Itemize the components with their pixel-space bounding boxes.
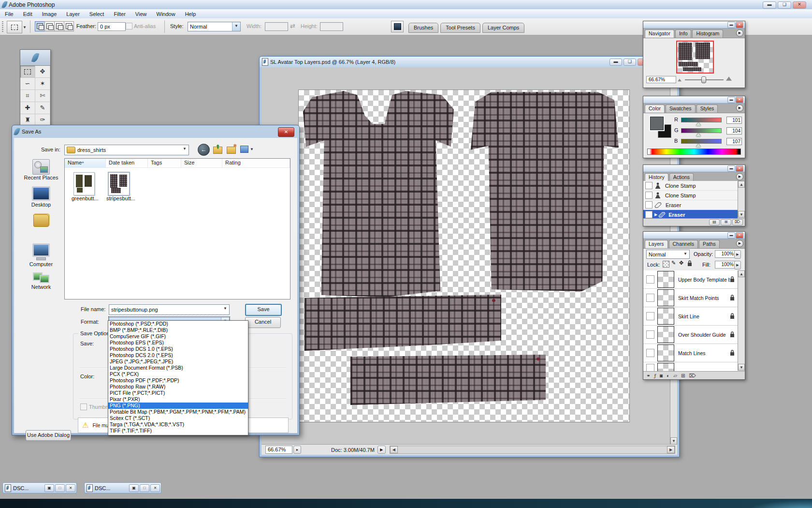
lock-paint-icon[interactable]: ✎ xyxy=(671,260,676,266)
layer-visibility-checkbox[interactable] xyxy=(646,275,654,284)
menu-help[interactable]: Help xyxy=(180,10,201,18)
column-header-size[interactable]: Size xyxy=(181,159,222,167)
layer-visibility-checkbox[interactable] xyxy=(646,330,654,339)
history-source-checkbox[interactable] xyxy=(645,182,652,189)
status-popup-arrow-icon[interactable]: ▶ xyxy=(377,446,386,454)
panel-close-icon[interactable]: ✕ xyxy=(736,22,743,28)
panel-minimize-icon[interactable]: ▬ xyxy=(727,232,735,239)
history-state-pointer-icon[interactable]: ▶ xyxy=(654,212,657,217)
back-button[interactable]: ← xyxy=(198,144,210,156)
zoom-in-icon[interactable] xyxy=(726,76,732,80)
format-option-selected[interactable]: PNG (*.PNG) xyxy=(108,403,248,409)
layer-mask-icon[interactable]: ◙ xyxy=(660,373,663,378)
scroll-up-icon[interactable]: ▲ xyxy=(738,270,745,277)
tab-styles[interactable]: Styles xyxy=(696,105,718,113)
lock-position-icon[interactable]: ✥ xyxy=(679,260,683,266)
format-option[interactable]: Portable Bit Map (*.PBM;*.PGM;*.PPM;*.PN… xyxy=(108,409,248,415)
doc-restore-button[interactable]: ❏ xyxy=(624,59,636,66)
mini-close-icon[interactable]: ✕ xyxy=(66,484,75,492)
mini-maximize-icon[interactable]: □ xyxy=(140,484,149,492)
format-option[interactable]: Photoshop (*.PSD;*.PDD) xyxy=(108,321,248,327)
history-titlebar[interactable]: ▬ ✕ xyxy=(643,165,745,172)
layer-visibility-checkbox[interactable] xyxy=(646,349,654,357)
format-option[interactable]: Photoshop Raw (*.RAW) xyxy=(108,384,248,390)
place-user-folder[interactable] xyxy=(18,214,64,228)
layer-thumbnail[interactable] xyxy=(657,308,674,325)
green-slider-thumb[interactable] xyxy=(696,133,701,136)
tab-layers[interactable]: Layers xyxy=(645,240,668,248)
minimized-document-1[interactable]: DSC... ▣ □ ✕ xyxy=(2,482,77,493)
navigator-titlebar[interactable]: ▬ ✕ xyxy=(643,21,745,29)
use-adobe-dialog-button[interactable]: Use Adobe Dialog xyxy=(26,430,71,441)
foreground-color-swatch[interactable] xyxy=(650,117,664,130)
minimize-button[interactable]: ▬ xyxy=(763,1,776,9)
panel-minimize-icon[interactable]: ▬ xyxy=(727,165,735,172)
format-option[interactable]: Scitex CT (*.SCT) xyxy=(108,415,248,421)
clone-stamp-tool[interactable]: ♜ xyxy=(20,114,35,126)
place-computer[interactable]: Computer xyxy=(18,243,64,267)
tab-color[interactable]: Color xyxy=(645,105,665,113)
format-option[interactable]: Photoshop PDF (*.PDF;*.PDP) xyxy=(108,377,248,384)
selection-mode-new-button[interactable] xyxy=(35,21,45,31)
menu-file[interactable]: File xyxy=(0,10,18,18)
navigator-proxy-view[interactable] xyxy=(676,41,714,74)
tab-navigator[interactable]: Navigator xyxy=(645,30,674,38)
layer-thumbnail[interactable] xyxy=(657,289,674,306)
history-brush-tool[interactable]: ✑ xyxy=(35,114,50,126)
fill-slider-arrow-icon[interactable]: ▶ xyxy=(734,261,741,269)
scroll-down-icon[interactable]: ▼ xyxy=(670,437,677,445)
palette-well-tab-brushes[interactable]: Brushes xyxy=(408,23,438,33)
crop-tool[interactable]: ⌗ xyxy=(20,90,35,102)
format-option[interactable]: Photoshop EPS (*.EPS) xyxy=(108,340,248,346)
views-button[interactable]: ▼ xyxy=(240,145,257,153)
width-input[interactable] xyxy=(265,22,288,31)
tab-channels[interactable]: Channels xyxy=(669,240,698,248)
height-input[interactable] xyxy=(320,22,343,31)
column-header-tags[interactable]: Tags xyxy=(148,159,181,167)
canvas[interactable] xyxy=(298,90,630,422)
slice-tool[interactable]: ✄ xyxy=(35,90,50,102)
horizontal-scrollbar[interactable]: ◀ ▶ xyxy=(390,446,675,454)
mini-restore-icon[interactable]: ▣ xyxy=(44,484,54,492)
save-in-select[interactable]: dress_shirts ▼ xyxy=(64,145,189,155)
zoom-field[interactable]: 66.67% xyxy=(265,446,292,454)
red-slider-thumb[interactable] xyxy=(696,122,701,126)
feather-input[interactable]: 0 px xyxy=(98,22,126,31)
link-layers-icon[interactable]: ⚭ xyxy=(646,373,650,378)
format-option[interactable]: JPEG (*.JPG;*.JPEG;*.JPE) xyxy=(108,359,248,365)
lasso-tool[interactable]: ∽ xyxy=(20,78,35,90)
layer-row-skirt-match-points[interactable]: Skirt Match Points xyxy=(643,289,738,307)
history-source-checkbox[interactable] xyxy=(645,201,652,209)
opacity-slider-arrow-icon[interactable]: ▶ xyxy=(734,250,741,259)
opacity-value[interactable]: 100% xyxy=(715,250,736,258)
swap-dimensions-icon[interactable]: ⇄ xyxy=(290,22,295,30)
menu-edit[interactable]: Edit xyxy=(18,10,37,18)
tab-histogram[interactable]: Histogram xyxy=(692,30,723,38)
format-option[interactable]: Pixar (*.PXR) xyxy=(108,396,248,403)
tool-preset-arrow-icon[interactable]: ▼ xyxy=(23,25,27,30)
style-select[interactable]: Normal ▼ xyxy=(188,22,241,31)
panel-minimize-icon[interactable]: ▬ xyxy=(727,22,735,28)
color-ramp[interactable] xyxy=(647,149,741,155)
place-recent-places[interactable]: Recent Places xyxy=(18,159,64,180)
new-folder-button[interactable]: ✱ xyxy=(227,145,236,153)
new-layer-icon[interactable]: ⊞ xyxy=(681,373,685,378)
blue-channel-value[interactable]: 107 xyxy=(726,138,742,145)
menu-select[interactable]: Select xyxy=(85,10,109,18)
place-network[interactable]: Network xyxy=(18,272,64,290)
layer-visibility-checkbox[interactable] xyxy=(646,364,654,372)
format-option[interactable]: Large Document Format (*.PSB) xyxy=(108,365,248,371)
cancel-button[interactable]: Cancel xyxy=(245,317,281,328)
layer-thumbnail[interactable] xyxy=(657,326,674,343)
file-item-stripesbuttonup[interactable]: stripesbutt... xyxy=(106,172,131,204)
menu-layer[interactable]: Layer xyxy=(61,10,85,18)
up-one-level-button[interactable]: ⬆ xyxy=(213,145,223,153)
layer-group-icon[interactable]: ▱ xyxy=(673,373,677,378)
menu-view[interactable]: View xyxy=(130,10,152,18)
scroll-up-icon[interactable]: ▲ xyxy=(738,181,745,188)
scroll-down-icon[interactable]: ▼ xyxy=(738,211,745,218)
history-state-eraser-1[interactable]: Eraser xyxy=(643,200,738,210)
lock-all-icon[interactable] xyxy=(687,260,692,267)
layer-row-over-shoulder-guide[interactable]: Over Shoulder Guide xyxy=(643,326,738,344)
navigator-zoom-input[interactable]: 66.67% xyxy=(646,76,676,83)
